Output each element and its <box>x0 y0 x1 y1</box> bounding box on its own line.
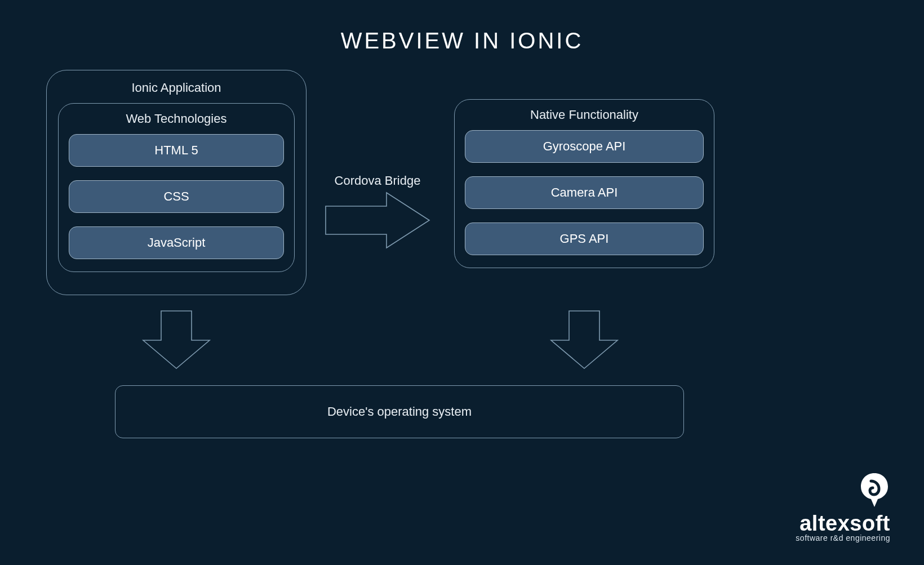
ionic-application-label: Ionic Application <box>47 81 306 95</box>
diagram-title: WEBVIEW IN IONIC <box>0 28 924 54</box>
device-os-label: Device's operating system <box>327 404 472 419</box>
native-item-camera: Camera API <box>465 176 704 209</box>
native-functionality-container: Native Functionality Gyroscope API Camer… <box>454 99 714 268</box>
altexsoft-logo-tagline: software r&d engineering <box>796 533 890 542</box>
ionic-application-container: Ionic Application Web Technologies HTML … <box>46 70 306 295</box>
altexsoft-logo-name: altexsoft <box>796 511 890 536</box>
native-item-gyroscope: Gyroscope API <box>465 130 704 163</box>
native-item-gps: GPS API <box>465 223 704 255</box>
arrow-down-right-icon <box>548 309 621 371</box>
web-tech-item-css: CSS <box>69 180 284 213</box>
web-technologies-label: Web Technologies <box>69 112 284 126</box>
cordova-bridge-label: Cordova Bridge <box>316 173 439 188</box>
device-os-box: Device's operating system <box>115 385 684 438</box>
altexsoft-logo-mark-icon <box>796 472 890 508</box>
arrow-down-left-icon <box>140 309 213 371</box>
web-tech-item-javascript: JavaScript <box>69 226 284 259</box>
arrow-right-icon <box>325 189 432 251</box>
web-technologies-container: Web Technologies HTML 5 CSS JavaScript <box>58 103 295 272</box>
native-functionality-label: Native Functionality <box>465 108 704 122</box>
web-tech-item-html5: HTML 5 <box>69 134 284 167</box>
altexsoft-logo: altexsoft software r&d engineering <box>796 472 890 542</box>
